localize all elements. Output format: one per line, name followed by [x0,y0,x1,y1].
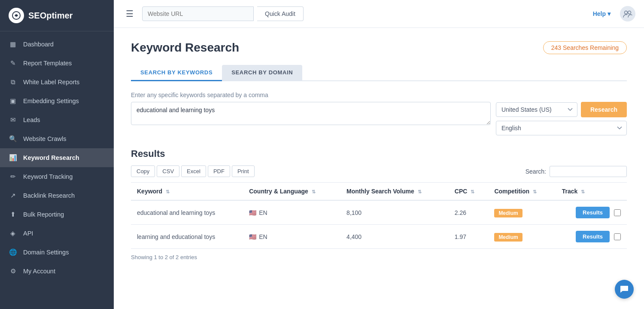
research-button[interactable]: Research [581,102,627,117]
sidebar-item-backlink-research[interactable]: ↗ Backlink Research [0,186,114,205]
results-button-1[interactable]: Results [576,231,610,242]
avatar-button[interactable] [620,6,635,21]
track-checkbox-0[interactable] [614,209,621,216]
sidebar-item-report-templates[interactable]: ✎ Report Templates [0,54,114,73]
svg-point-1 [625,11,628,14]
export-btn-copy[interactable]: Copy [131,165,155,177]
cell-country-lang-1: 🇺🇸 EN [243,225,340,249]
export-btn-csv[interactable]: CSV [157,165,179,177]
cell-cpc-0: 2.26 [449,200,489,225]
cell-competition-0: Medium [488,200,556,225]
results-table: Keyword ⇅Country & Language ⇅Monthly Sea… [131,182,627,249]
cell-search-vol-1: 4,400 [340,225,449,249]
cell-keyword-0: educational and learning toys [131,200,243,225]
chat-bubble-button[interactable] [615,280,634,299]
cell-country-lang-0: 🇺🇸 EN [243,200,340,225]
nav-icon-keyword-tracking: ✏ [9,173,17,181]
topbar: ☰ Quick Audit Help ▾ [114,0,644,28]
svg-point-2 [628,11,631,14]
help-button[interactable]: Help ▾ [593,10,611,17]
sort-icon-competition: ⇅ [533,189,537,194]
sidebar-item-embedding-settings[interactable]: ▣ Embedding Settings [0,92,114,110]
cell-cpc-1: 1.97 [449,225,489,249]
sidebar-item-website-crawls[interactable]: 🔍 Website Crawls [0,129,114,148]
competition-badge-1: Medium [494,233,522,242]
export-btn-print[interactable]: Print [232,165,255,177]
quick-audit-button[interactable]: Quick Audit [257,6,304,21]
website-url-input[interactable] [142,6,254,21]
page-header: Keyword Research 243 Searches Remaining [131,41,627,55]
language-select[interactable]: EnglishSpanishFrenchGerman [496,121,627,135]
country-select[interactable]: United States (US)United Kingdom (UK)Aus… [496,102,577,117]
cell-track-0: Results [556,200,627,225]
nav-icon-bulk-reporting: ⬆ [9,211,17,218]
logo-icon [9,8,24,23]
nav-icon-my-account: ⚙ [9,267,17,275]
nav-label-my-account: My Account [23,268,55,275]
table-search-row: Search: [526,166,627,177]
sort-icon-keyword: ⇅ [166,189,170,194]
sidebar-item-leads[interactable]: ✉ Leads [0,110,114,129]
col-header-track[interactable]: Track ⇅ [556,183,627,201]
tab-search-by-keywords[interactable]: SEARCH BY KEYWORDS [131,65,222,81]
language-code-0: EN [259,209,267,216]
flag-icon-1: 🇺🇸 [249,233,256,240]
hamburger-button[interactable]: ☰ [122,7,137,21]
sort-icon-track: ⇅ [581,189,585,194]
flag-icon-0: 🇺🇸 [249,209,256,216]
nav-icon-white-label-reports: ⧉ [9,78,17,86]
sidebar-item-white-label-reports[interactable]: ⧉ White Label Reports [0,73,114,92]
sort-icon-cpc: ⇅ [471,189,474,194]
page-title: Keyword Research [131,41,239,55]
results-button-0[interactable]: Results [576,207,610,218]
track-checkbox-1[interactable] [614,233,621,240]
nav-icon-domain-settings: 🌐 [9,248,17,256]
col-header-monthly-search-volume[interactable]: Monthly Search Volume ⇅ [340,183,449,201]
sidebar-item-api[interactable]: ◈ API [0,224,114,243]
competition-badge-0: Medium [494,209,522,217]
nav-label-keyword-research: Keyword Research [23,154,79,161]
nav-label-bulk-reporting: Bulk Reporting [23,211,64,218]
nav-label-keyword-tracking: Keyword Tracking [23,173,73,180]
table-search-input[interactable] [550,166,627,177]
search-controls: United States (US)United Kingdom (UK)Aus… [496,102,627,135]
nav-label-website-crawls: Website Crawls [23,135,66,142]
keyword-textarea[interactable] [131,102,491,125]
nav-icon-api: ◈ [9,229,17,237]
col-header-competition[interactable]: Competition ⇅ [488,183,556,201]
export-btn-excel[interactable]: Excel [181,165,206,177]
sort-icon-monthly-search-volume: ⇅ [418,189,422,194]
table-row: learning and educational toys 🇺🇸 EN 4,40… [131,225,627,249]
sidebar-nav: ▦ Dashboard✎ Report Templates⧉ White Lab… [0,31,114,309]
cell-track-1: Results [556,225,627,249]
results-section: Results CopyCSVExcelPDFPrint Search: Key… [131,148,627,260]
table-search-label: Search: [526,168,546,175]
nav-icon-keyword-research: 📊 [9,154,17,162]
col-header-keyword[interactable]: Keyword ⇅ [131,183,243,201]
sidebar-item-domain-settings[interactable]: 🌐 Domain Settings [0,243,114,262]
nav-icon-report-templates: ✎ [9,59,17,67]
sidebar-item-keyword-tracking[interactable]: ✏ Keyword Tracking [0,167,114,186]
sidebar-logo[interactable]: SEOptimer [0,0,114,31]
sidebar-item-bulk-reporting[interactable]: ⬆ Bulk Reporting [0,205,114,224]
nav-label-embedding-settings: Embedding Settings [23,98,79,104]
search-row: United States (US)United Kingdom (UK)Aus… [131,102,627,135]
nav-label-backlink-research: Backlink Research [23,192,75,199]
nav-icon-dashboard: ▦ [9,40,17,48]
tab-search-by-domain[interactable]: SEARCH BY DOMAIN [222,65,302,81]
cell-keyword-1: learning and educational toys [131,225,243,249]
table-row: educational and learning toys 🇺🇸 EN 8,10… [131,200,627,225]
searches-remaining-badge: 243 Searches Remaining [543,41,627,54]
sidebar-item-keyword-research[interactable]: 📊 Keyword Research [0,148,114,167]
cell-competition-1: Medium [488,225,556,249]
search-label: Enter any specific keywords separated by… [131,92,627,98]
language-code-1: EN [259,233,267,240]
col-header-country-language[interactable]: Country & Language ⇅ [243,183,340,201]
col-header-cpc[interactable]: CPC ⇅ [449,183,489,201]
sidebar-item-dashboard[interactable]: ▦ Dashboard [0,35,114,54]
sort-icon-country-language: ⇅ [312,189,316,194]
nav-label-white-label-reports: White Label Reports [23,79,79,86]
sidebar-item-my-account[interactable]: ⚙ My Account [0,262,114,281]
cell-search-vol-0: 8,100 [340,200,449,225]
export-btn-pdf[interactable]: PDF [208,165,230,177]
